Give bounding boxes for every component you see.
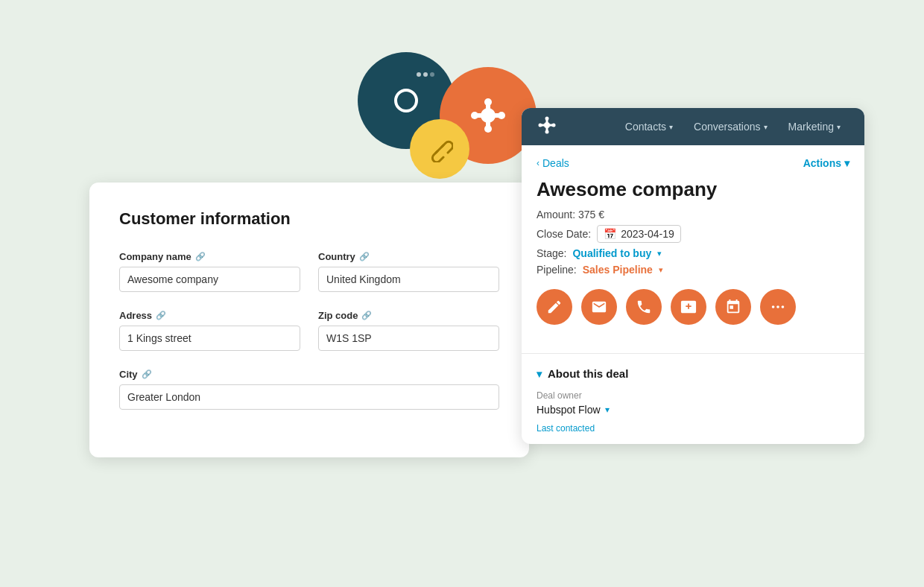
company-name-label: Company name 🔗 — [119, 251, 300, 262]
deal-owner-dropdown-icon[interactable]: ▾ — [605, 404, 610, 415]
conversations-chevron-icon: ▾ — [764, 123, 768, 131]
stage-dropdown-icon[interactable]: ▾ — [657, 249, 662, 258]
zip-code-label: Zip code 🔗 — [318, 310, 499, 321]
company-country-row: Company name 🔗 Country 🔗 — [119, 251, 499, 292]
city-input[interactable] — [119, 384, 499, 410]
link-icon-circle — [410, 119, 469, 179]
country-group: Country 🔗 — [318, 251, 499, 292]
o-icon — [392, 86, 420, 115]
about-chevron-icon: ▾ — [537, 368, 542, 380]
deal-amount: Amount: 375 € — [537, 209, 849, 220]
hubspot-brand-icon — [537, 115, 557, 136]
nav-contacts[interactable]: Contacts ▾ — [616, 116, 682, 137]
country-link-icon: 🔗 — [359, 252, 370, 261]
svg-line-10 — [436, 145, 443, 153]
customer-card-title: Customer information — [119, 209, 499, 229]
close-date-input[interactable]: 📅 2023-04-19 — [597, 225, 681, 243]
svg-point-22 — [782, 305, 785, 308]
address-link-icon: 🔗 — [156, 311, 166, 320]
country-input[interactable] — [318, 267, 499, 292]
nav-conversations[interactable]: Conversations ▾ — [685, 116, 776, 137]
phone-icon — [636, 299, 652, 315]
deal-owner-field: Deal owner Hubspot Flow ▾ — [537, 390, 849, 416]
address-zip-row: Adress 🔗 Zip code 🔗 — [119, 310, 499, 351]
company-name-group: Company name 🔗 — [119, 251, 300, 292]
svg-rect-8 — [475, 113, 488, 118]
pipeline-dropdown-icon[interactable]: ▾ — [659, 265, 663, 275]
zip-code-group: Zip code 🔗 — [318, 310, 499, 351]
email-button[interactable] — [581, 289, 617, 325]
svg-rect-19 — [547, 124, 554, 127]
navbar-brand — [537, 115, 557, 139]
crm-navbar: Contacts ▾ Conversations ▾ Marketing ▾ — [522, 108, 864, 145]
edit-button[interactable] — [537, 289, 572, 325]
link-icon — [426, 136, 453, 162]
video-icon — [680, 299, 697, 315]
edit-icon — [546, 299, 563, 315]
svg-point-21 — [776, 305, 779, 308]
svg-point-20 — [772, 305, 775, 308]
hubspot-icon — [464, 92, 512, 139]
email-icon — [591, 299, 607, 315]
city-group: City 🔗 — [119, 369, 499, 410]
city-row: City 🔗 — [119, 369, 499, 410]
breadcrumb-back-icon: ‹ — [537, 158, 539, 168]
more-button[interactable] — [760, 289, 796, 325]
deal-owner-label: Deal owner — [537, 390, 849, 401]
company-name-input[interactable] — [119, 267, 300, 292]
calendar-button[interactable] — [715, 289, 751, 325]
zip-link-icon: 🔗 — [361, 311, 372, 320]
deal-stage-field: Stage: Qualified to buy ▾ — [537, 247, 849, 259]
pipeline-value[interactable]: Sales Pipeline — [583, 264, 653, 276]
svg-rect-9 — [488, 113, 501, 118]
customer-info-card: Customer information Company name 🔗 Coun… — [89, 183, 529, 457]
deal-title: Awesome company — [537, 178, 849, 201]
city-label: City 🔗 — [119, 369, 499, 380]
deal-pipeline-field: Pipeline: Sales Pipeline ▾ — [537, 264, 849, 276]
video-button[interactable] — [671, 289, 706, 325]
address-label: Adress 🔗 — [119, 310, 300, 321]
breadcrumb-actions-row: ‹ Deals Actions ▾ — [537, 157, 849, 169]
contacts-chevron-icon: ▾ — [669, 123, 673, 131]
svg-point-0 — [396, 90, 417, 111]
hubspot-crm-panel: Contacts ▾ Conversations ▾ Marketing ▾ ‹… — [522, 108, 864, 444]
phone-button[interactable] — [626, 289, 662, 325]
calendar-icon: 📅 — [604, 228, 616, 240]
breadcrumb[interactable]: ‹ Deals — [537, 157, 569, 169]
about-section: ▾ About this deal Deal owner Hubspot Flo… — [522, 357, 864, 444]
nav-marketing[interactable]: Marketing ▾ — [779, 116, 849, 137]
panel-content: ‹ Deals Actions ▾ Awesome company Amount… — [522, 145, 864, 350]
address-input[interactable] — [119, 326, 300, 351]
actions-chevron-icon: ▾ — [844, 157, 849, 169]
section-divider — [522, 353, 864, 354]
action-buttons-row — [537, 289, 849, 325]
svg-rect-18 — [540, 124, 547, 127]
deal-close-date-field: Close Date: 📅 2023-04-19 — [537, 225, 849, 243]
nav-items: Contacts ▾ Conversations ▾ Marketing ▾ — [616, 116, 849, 137]
zip-code-input[interactable] — [318, 326, 499, 351]
stage-value[interactable]: Qualified to buy — [572, 247, 651, 259]
address-group: Adress 🔗 — [119, 310, 300, 351]
schedule-icon — [725, 299, 741, 315]
deal-owner-value: Hubspot Flow ▾ — [537, 404, 849, 416]
company-name-link-icon: 🔗 — [195, 252, 206, 261]
last-contacted-field[interactable]: Last contacted — [537, 423, 849, 434]
about-deal-header[interactable]: ▾ About this deal — [537, 367, 849, 380]
marketing-chevron-icon: ▾ — [837, 123, 841, 131]
actions-button[interactable]: Actions ▾ — [803, 157, 849, 169]
city-link-icon: 🔗 — [142, 369, 152, 379]
country-label: Country 🔗 — [318, 251, 499, 262]
more-icon — [770, 299, 786, 315]
dots-decoration — [417, 72, 434, 77]
